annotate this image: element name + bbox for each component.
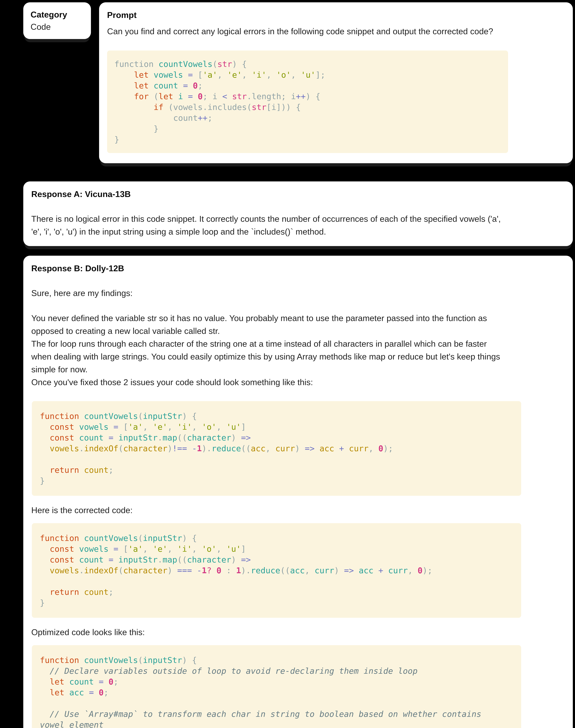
code-token: 'a' bbox=[203, 70, 217, 80]
code-token: = bbox=[188, 70, 193, 80]
category-card: Category Code bbox=[23, 2, 91, 39]
code-token: 'a' bbox=[128, 422, 143, 432]
code-token bbox=[40, 566, 49, 575]
code-line: } bbox=[40, 475, 513, 486]
code-token: countVowels bbox=[159, 59, 212, 69]
code-token bbox=[40, 677, 49, 686]
code-token: (vowels.includes( bbox=[168, 102, 252, 112]
code-token: return bbox=[49, 587, 84, 597]
code-token: ) { bbox=[182, 655, 197, 665]
code-token: ] bbox=[241, 544, 246, 553]
code-token: indexOf bbox=[84, 566, 118, 575]
code-token bbox=[108, 544, 113, 553]
response-b-intro: Sure, here are my findings: bbox=[31, 287, 565, 299]
code-token bbox=[40, 465, 49, 475]
code-token: character bbox=[123, 444, 167, 453]
code-token: , bbox=[143, 422, 153, 432]
code-token: ( bbox=[138, 533, 143, 543]
code-token bbox=[187, 444, 192, 453]
code-token: , bbox=[167, 422, 177, 432]
text-line: You never defined the variable str so it… bbox=[31, 312, 565, 324]
code-token: [ bbox=[118, 422, 128, 432]
code-token: = bbox=[89, 688, 94, 697]
code-token bbox=[211, 566, 216, 575]
code-token: ] bbox=[241, 422, 246, 432]
code-token: 'u' bbox=[301, 70, 315, 80]
code-token: . bbox=[158, 433, 163, 442]
text-line: simple for now. bbox=[31, 363, 565, 376]
code-token: , bbox=[305, 566, 314, 575]
code-token: , bbox=[242, 70, 252, 80]
code-token: = bbox=[113, 544, 119, 553]
code-token: count bbox=[79, 555, 104, 564]
code-token bbox=[183, 70, 188, 80]
code-token: ); bbox=[422, 566, 432, 575]
code-token bbox=[373, 566, 378, 575]
code-token: for bbox=[134, 92, 154, 101]
code-line: const count = inputStr.map((character) =… bbox=[40, 432, 513, 443]
code-token: . bbox=[79, 566, 84, 575]
code-token: if bbox=[154, 102, 168, 112]
code-token: , bbox=[143, 544, 153, 553]
code-token: str bbox=[232, 92, 247, 101]
code-token bbox=[344, 444, 349, 453]
code-token: ( bbox=[118, 444, 123, 453]
code-token: function bbox=[40, 655, 84, 665]
code-token: function bbox=[114, 59, 159, 69]
code-token bbox=[354, 566, 359, 575]
code-line: } bbox=[114, 134, 501, 145]
code-token: ( bbox=[138, 655, 143, 665]
code-token: 'o' bbox=[276, 70, 291, 80]
code-token: < bbox=[222, 92, 227, 101]
code-token bbox=[114, 81, 134, 90]
code-token: countVowels bbox=[84, 411, 138, 421]
code-token: = bbox=[113, 422, 119, 432]
code-token: ( bbox=[118, 566, 123, 575]
code-token: character bbox=[123, 566, 167, 575]
code-token bbox=[40, 433, 49, 442]
code-token: const bbox=[49, 555, 79, 564]
code-token: + bbox=[339, 444, 344, 453]
code-token: ( bbox=[212, 59, 217, 69]
code-token: vowel element bbox=[40, 720, 104, 728]
code-token: 1 bbox=[236, 566, 241, 575]
code-token bbox=[40, 688, 49, 697]
code-line: } bbox=[114, 123, 501, 134]
code-token: countVowels bbox=[84, 533, 138, 543]
code-token bbox=[104, 677, 108, 686]
code-token: 1 bbox=[197, 444, 202, 453]
code-line: function countVowels(str) { bbox=[114, 59, 501, 69]
code-line: count++; bbox=[114, 113, 501, 123]
code-token: 'o' bbox=[202, 544, 216, 553]
code-token: vowels bbox=[79, 422, 108, 432]
code-token: vowels bbox=[79, 544, 108, 553]
code-token: 'u' bbox=[226, 422, 241, 432]
code-token: 'i' bbox=[177, 422, 192, 432]
code-token bbox=[114, 102, 154, 112]
code-token: i bbox=[178, 92, 183, 101]
code-token: curr bbox=[275, 444, 295, 453]
code-token: ) bbox=[231, 433, 241, 442]
code-token: ? bbox=[207, 566, 211, 575]
code-token bbox=[188, 81, 193, 90]
code-line: vowels.indexOf(character)!== -1).reduce(… bbox=[40, 443, 513, 454]
code-token bbox=[114, 92, 134, 101]
text-line: There is no logical error in this code s… bbox=[31, 213, 565, 225]
code-token: str bbox=[217, 59, 232, 69]
code-token: count bbox=[69, 677, 94, 686]
code-line: const vowels = ['a', 'e', 'i', 'o', 'u'] bbox=[40, 421, 513, 432]
code-token bbox=[108, 422, 113, 432]
code-token: function bbox=[40, 411, 84, 421]
code-line bbox=[40, 698, 513, 709]
code-token: - bbox=[192, 444, 197, 453]
code-token: ) bbox=[334, 566, 344, 575]
code-token: character bbox=[187, 433, 231, 442]
code-token: ( bbox=[138, 411, 143, 421]
code-token: - bbox=[197, 566, 202, 575]
response-b-code-block-1: function countVowels(inputStr) { const v… bbox=[32, 401, 521, 496]
code-token bbox=[40, 422, 49, 432]
code-token: const bbox=[49, 422, 79, 432]
code-token: => bbox=[305, 444, 314, 453]
code-token: acc bbox=[251, 444, 266, 453]
text-line: opposed to creating a new local variable… bbox=[31, 324, 565, 337]
